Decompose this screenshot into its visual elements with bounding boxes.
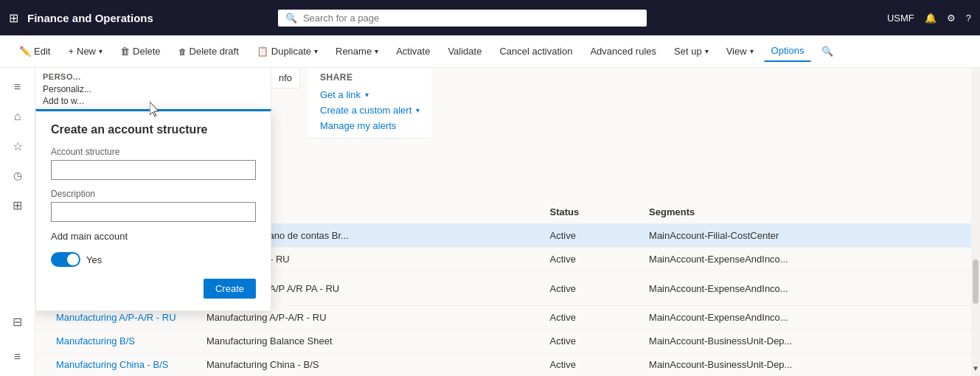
right-icons: USMF 🔔 ⚙ ? (887, 13, 971, 24)
search-cmd-icon: 🔍 (821, 46, 833, 57)
row-status-cell: Active (541, 306, 641, 330)
custom-alert-dropdown-icon: ▾ (416, 106, 420, 114)
delete-draft-button[interactable]: 🗑 Delete draft (171, 41, 246, 61)
rename-button[interactable]: Rename ▾ (328, 41, 386, 61)
command-bar: ✏️ Edit + New ▾ 🗑 Delete 🗑 Delete draft … (0, 35, 980, 68)
add-to-text: Add to w... (43, 96, 263, 106)
settings-icon[interactable]: ⚙ (947, 13, 956, 24)
search-bar: 🔍 (278, 10, 647, 27)
get-link-dropdown-icon: ▾ (365, 91, 369, 99)
add-main-account-label: Add main account (51, 231, 128, 242)
row-status-cell: Active (541, 353, 641, 377)
advanced-rules-button[interactable]: Advanced rules (583, 41, 664, 61)
company-badge[interactable]: USMF (887, 13, 914, 24)
create-button[interactable]: Create (204, 279, 256, 299)
toggle-state-label: Yes (86, 254, 102, 265)
top-nav: ⊞ Finance and Operations 🔍 USMF 🔔 ⚙ ? (0, 0, 980, 35)
row-segments-cell: MainAccount-ExpenseAndInco... (640, 306, 980, 330)
grid-icon[interactable]: ⊞ (9, 11, 18, 25)
app-title: Finance and Operations (27, 12, 153, 24)
row-segments-cell: MainAccount-BusinessUnit-Dep... (640, 353, 980, 377)
col-status: Status (541, 201, 641, 224)
sidebar-icon-hamburger[interactable]: ≡ (4, 74, 31, 100)
setup-dropdown-icon: ▾ (705, 47, 709, 55)
account-structure-input[interactable] (51, 160, 256, 180)
sidebar-icon-favorites[interactable]: ☆ (4, 133, 31, 159)
new-icon: + (68, 46, 74, 57)
new-button[interactable]: + New ▾ (60, 41, 110, 61)
row-segments-cell: MainAccount-BusinessUnit-Dep... (640, 330, 980, 353)
description-field: Description (51, 189, 256, 222)
create-custom-alert[interactable]: Create a custom alert ▾ (320, 102, 420, 118)
search-input[interactable] (303, 13, 639, 24)
row-segments-cell: MainAccount-ExpenseAndInco... (640, 248, 980, 271)
sidebar-icon-list[interactable]: ≡ (4, 344, 31, 370)
activate-button[interactable]: Activate (389, 41, 437, 61)
col-segments: Segments (640, 201, 980, 224)
account-structure-label: Account structure (51, 147, 256, 157)
personalize-text: Personaliz... (43, 84, 263, 94)
row-status-cell: Active (541, 248, 641, 271)
content-area: Description Status Segments BrasilEstrut… (35, 68, 980, 376)
rename-dropdown-icon: ▾ (375, 47, 378, 55)
set-up-button[interactable]: Set up ▾ (667, 41, 716, 61)
duplicate-button[interactable]: 📋 Duplicate ▾ (249, 41, 325, 61)
scroll-down-icon[interactable]: ▼ (971, 362, 980, 376)
help-icon[interactable]: ? (966, 13, 971, 24)
row-status-cell: Active (541, 271, 641, 306)
share-title: SHARE (320, 72, 420, 83)
sidebar-icon-workspace[interactable]: ⊞ (4, 192, 31, 218)
edit-icon: ✏️ (19, 46, 31, 57)
create-account-structure-panel: Create an account structure Account stru… (35, 109, 271, 311)
duplicate-icon: 📋 (257, 46, 268, 57)
row-description-cell: Manufacturing China - B/S (198, 353, 541, 377)
share-panel-inner: SHARE Get a link ▾ Create a custom alert… (320, 72, 420, 133)
view-button[interactable]: View ▾ (719, 41, 761, 61)
description-label: Description (51, 189, 256, 199)
get-a-link[interactable]: Get a link ▾ (320, 87, 420, 102)
notification-icon[interactable]: 🔔 (925, 13, 936, 24)
sidebar: ≡ ⌂ ☆ ◷ ⊞ ⊟ ≡ (0, 68, 35, 376)
manage-my-alerts[interactable]: Manage my alerts (320, 118, 420, 133)
personalize-section: PERSO... Personaliz... Add to w... (35, 68, 271, 113)
description-input[interactable] (51, 202, 256, 222)
scrollbar[interactable]: ▼ (971, 68, 980, 376)
pers-section-label: PERSO... (43, 72, 263, 81)
row-description-cell: Manufacturing Balance Sheet (198, 330, 541, 353)
add-main-account-toggle[interactable] (51, 252, 80, 267)
add-main-account-toggle-row: Add main account (51, 231, 256, 242)
table-row[interactable]: Manufacturing China - B/SManufacturing C… (35, 353, 980, 377)
info-section: nfo (271, 68, 300, 88)
share-section: SHARE Get a link ▾ Create a custom alert… (308, 68, 431, 139)
edit-button[interactable]: ✏️ Edit (12, 41, 58, 61)
sidebar-icon-filter[interactable]: ⊟ (4, 308, 31, 335)
delete-icon: 🗑 (120, 46, 130, 57)
search-cmd-button[interactable]: 🔍 (814, 41, 841, 61)
delete-draft-icon: 🗑 (178, 47, 187, 56)
validate-button[interactable]: Validate (440, 41, 489, 61)
row-status-cell: Active (541, 224, 641, 248)
duplicate-dropdown-icon: ▾ (314, 47, 318, 55)
row-status-cell: Active (541, 330, 641, 353)
new-dropdown-icon: ▾ (99, 47, 102, 55)
info-text: nfo (279, 72, 292, 83)
row-name-cell[interactable]: Manufacturing B/S (35, 330, 198, 353)
sidebar-icon-recent[interactable]: ◷ (4, 162, 31, 189)
row-segments-cell: MainAccount-ExpenseAndInco... (640, 271, 980, 306)
search-icon: 🔍 (285, 13, 297, 24)
sidebar-icon-home[interactable]: ⌂ (4, 103, 31, 130)
cancel-activation-button[interactable]: Cancel activation (492, 41, 580, 61)
options-button[interactable]: Options (764, 41, 812, 62)
view-dropdown-icon: ▾ (750, 47, 754, 55)
account-structure-field: Account structure (51, 147, 256, 180)
delete-button[interactable]: 🗑 Delete (113, 41, 168, 61)
row-segments-cell: MainAccount-Filial-CostCenter (640, 224, 980, 248)
create-panel-title: Create an account structure (51, 123, 256, 136)
main-layout: ≡ ⌂ ☆ ◷ ⊞ ⊟ ≡ Description Status Segment… (0, 68, 980, 376)
row-name-cell[interactable]: Manufacturing China - B/S (35, 353, 198, 377)
table-row[interactable]: Manufacturing B/SManufacturing Balance S… (35, 330, 980, 353)
scrollbar-thumb[interactable] (973, 260, 979, 304)
